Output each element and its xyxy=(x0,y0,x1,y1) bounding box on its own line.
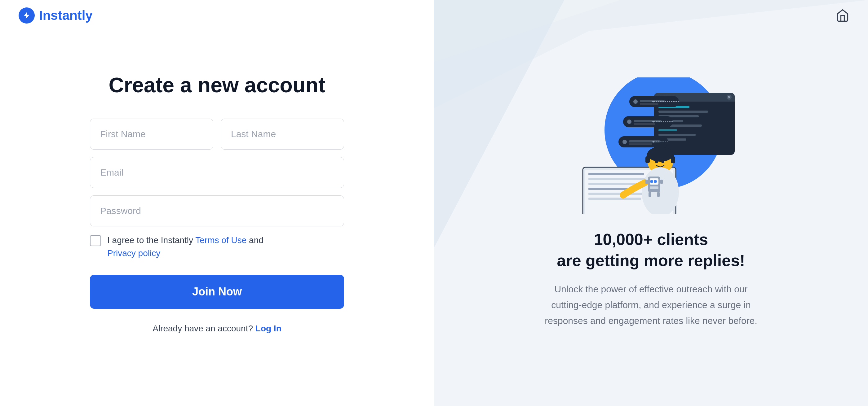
terms-link[interactable]: Terms of Use xyxy=(195,235,246,245)
form-container: Create a new account I agree to the Inst… xyxy=(90,73,344,334)
password-input[interactable] xyxy=(90,195,344,226)
svg-rect-60 xyxy=(650,187,658,189)
main-content: Create a new account I agree to the Inst… xyxy=(0,0,868,406)
page-wrapper: Instantly Create a new account xyxy=(0,0,868,406)
svg-point-35 xyxy=(622,140,627,144)
promo-subtitle: Unlock the power of effective outreach w… xyxy=(542,281,760,329)
svg-rect-42 xyxy=(588,173,644,175)
promo-title: 10,000+ clients are getting more replies… xyxy=(557,229,745,271)
svg-rect-37 xyxy=(629,143,652,145)
svg-point-58 xyxy=(650,180,653,183)
svg-rect-31 xyxy=(633,123,655,125)
home-icon[interactable] xyxy=(836,9,849,22)
logo-text: Instantly xyxy=(39,8,93,23)
svg-rect-62 xyxy=(660,180,663,184)
password-row xyxy=(90,195,344,226)
logo-icon xyxy=(19,7,35,24)
illustration xyxy=(552,77,750,214)
left-panel: Create a new account I agree to the Inst… xyxy=(0,0,434,406)
email-row xyxy=(90,157,344,188)
right-panel: 10,000+ clients are getting more replies… xyxy=(434,0,868,406)
svg-rect-16 xyxy=(658,129,677,131)
login-link[interactable]: Log In xyxy=(255,324,281,333)
svg-rect-55 xyxy=(671,157,675,163)
right-content: 10,000+ clients are getting more replies… xyxy=(505,59,797,347)
header: Instantly xyxy=(0,0,868,31)
svg-rect-12 xyxy=(658,110,708,113)
privacy-link[interactable]: Privacy policy xyxy=(107,248,160,258)
first-name-input[interactable] xyxy=(90,119,213,149)
svg-rect-61 xyxy=(645,180,648,184)
terms-checkbox[interactable] xyxy=(90,235,101,246)
terms-label: I agree to the Instantly Terms of Use an… xyxy=(107,234,264,260)
svg-rect-64 xyxy=(657,192,660,197)
svg-rect-17 xyxy=(658,134,695,136)
svg-rect-25 xyxy=(640,103,658,105)
email-input[interactable] xyxy=(90,157,344,188)
last-name-input[interactable] xyxy=(221,119,344,149)
svg-rect-54 xyxy=(645,157,650,163)
svg-point-53 xyxy=(661,160,664,163)
terms-row: I agree to the Instantly Terms of Use an… xyxy=(90,234,344,260)
svg-rect-47 xyxy=(588,198,641,200)
svg-point-23 xyxy=(633,99,638,104)
name-row xyxy=(90,119,344,149)
svg-point-59 xyxy=(654,180,657,183)
svg-point-52 xyxy=(655,160,658,163)
svg-rect-36 xyxy=(629,140,660,142)
join-now-button[interactable]: Join Now xyxy=(90,275,344,309)
login-row: Already have an account? Log In xyxy=(90,324,344,334)
logo-area: Instantly xyxy=(19,7,93,24)
svg-rect-63 xyxy=(649,192,651,197)
form-title: Create a new account xyxy=(90,73,344,97)
svg-point-29 xyxy=(627,120,631,124)
